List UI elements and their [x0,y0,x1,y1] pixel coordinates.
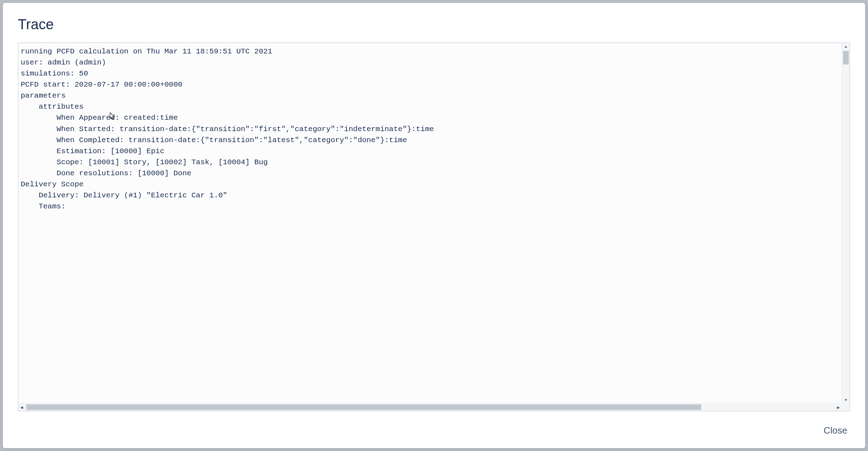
vertical-scrollbar-track[interactable]: ▲ ▼ [842,43,849,403]
trace-text: running PCFD calculation on Thu Mar 11 1… [19,43,841,402]
modal-footer: Close [18,411,850,437]
scrollbar-corner [842,403,849,411]
close-button[interactable]: Close [821,424,850,437]
scroll-left-arrow-icon[interactable]: ◀ [19,403,25,411]
trace-modal: Trace running PCFD calculation on Thu Ma… [3,3,865,448]
trace-scroll-viewport[interactable]: running PCFD calculation on Thu Mar 11 1… [19,43,849,411]
trace-output-box: running PCFD calculation on Thu Mar 11 1… [18,42,850,411]
scroll-right-arrow-icon[interactable]: ▶ [835,403,842,411]
modal-title: Trace [18,16,850,32]
horizontal-scrollbar-thumb[interactable] [26,404,701,410]
vertical-scrollbar-thumb[interactable] [843,51,849,64]
scroll-down-arrow-icon[interactable]: ▼ [842,396,849,403]
horizontal-scrollbar-track[interactable]: ◀ ▶ [19,403,842,411]
scroll-up-arrow-icon[interactable]: ▲ [842,43,849,50]
